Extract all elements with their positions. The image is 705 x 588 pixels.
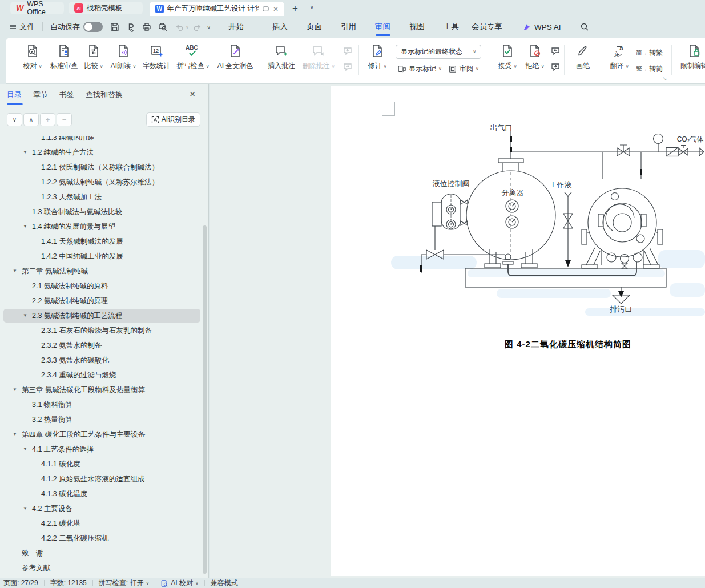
ai-polish-button[interactable]: AI 全文润色 — [213, 43, 257, 71]
expand-all-button[interactable]: ∧ — [23, 113, 39, 126]
toc-item[interactable]: 2.1 氨碱法制纯碱的原料 — [3, 279, 200, 293]
track-changes-button[interactable]: 修订 ∨ — [364, 43, 390, 71]
tab-close-icon[interactable]: ✕ — [273, 5, 279, 13]
ai-recognize-toc-button[interactable]: AI识别目录 — [146, 112, 200, 127]
status-word-count[interactable]: 字数: 12135 — [45, 578, 92, 588]
collapse-all-button[interactable]: ∨ — [7, 113, 22, 126]
toc-item[interactable]: 1.4.1 天然碱制碱法的发展 — [3, 235, 200, 248]
translate-button[interactable]: A 文 翻译 ∨ — [606, 43, 633, 71]
toc-item[interactable]: ▼1.4 纯碱的发展前景与展望 — [3, 220, 200, 233]
insert-comment-button[interactable]: 插入批注 — [267, 43, 296, 71]
toc-item[interactable]: 1.3 联合制碱法与氨碱法比较 — [3, 205, 200, 219]
sidebar-tab-bookmarks[interactable]: 书签 — [59, 90, 74, 100]
review-pane-button[interactable]: 审阅∨ — [448, 64, 479, 74]
toc-expand-arrow-icon[interactable]: ▼ — [23, 309, 27, 323]
menu-page[interactable]: 页面 — [307, 16, 322, 38]
status-page-number[interactable]: 页面: 27/29 — [0, 578, 44, 588]
toc-item[interactable]: 2.3.3 氨盐水的碳酸化 — [3, 353, 200, 367]
toc-expand-arrow-icon[interactable]: ▼ — [23, 220, 27, 233]
toc-item[interactable]: 2.2 氨碱法制纯碱的原理 — [3, 294, 200, 308]
menu-reference[interactable]: 引用 — [341, 16, 356, 38]
word-count-button[interactable]: 12 字数统计 — [141, 43, 172, 71]
tab-wps-home[interactable]: W WPS Office — [10, 2, 64, 14]
to-traditional-button[interactable]: 简→ 转繁 — [636, 48, 663, 58]
autosave-toggle[interactable] — [83, 16, 103, 38]
next-comment-button[interactable] — [343, 62, 353, 72]
menu-view[interactable]: 视图 — [409, 16, 425, 38]
toc-item[interactable]: ▼4.2 主要设备 — [3, 502, 200, 515]
figure-co2-compressor-diagram[interactable]: 出气口 液位控制阀 分离器 工作液 CO₂气体 排污口 — [391, 120, 705, 317]
spell-check-button[interactable]: ABC 拼写检查 ∨ — [175, 43, 211, 71]
toc-item[interactable]: 2.3.1 石灰石的煅烧与石灰乳的制备 — [3, 324, 200, 337]
toc-expand-arrow-icon[interactable]: ▼ — [13, 264, 17, 278]
toc-item[interactable]: 3.2 热量衡算 — [3, 413, 200, 426]
previous-change-button[interactable] — [550, 46, 561, 56]
redo-icon[interactable] — [192, 16, 202, 38]
ai-read-aloud-button[interactable]: AI朗读 ∨ — [107, 43, 139, 71]
toc-item[interactable]: 2.3.4 重碱的过滤与煅烧 — [3, 368, 200, 382]
sidebar-scrollbar-thumb[interactable] — [203, 225, 207, 574]
print-icon[interactable] — [142, 16, 152, 38]
menu-file[interactable]: 文件 — [19, 16, 35, 38]
toc-item[interactable]: ▼4.1 工艺条件的选择 — [3, 442, 200, 456]
menu-tools[interactable]: 工具 — [444, 16, 459, 38]
toc-item[interactable]: 1.2.3 天然碱加工法 — [3, 190, 200, 204]
standard-review-button[interactable]: 标准审查 — [48, 43, 80, 71]
menu-member[interactable]: 会员专享 — [472, 16, 502, 38]
menu-insert[interactable]: 插入 — [272, 16, 288, 38]
accept-change-button[interactable]: 接受 ∨ — [494, 43, 521, 71]
tab-session-icon[interactable] — [262, 5, 269, 13]
toc-expand-arrow-icon[interactable]: ▼ — [13, 383, 17, 397]
menu-home[interactable]: 开始 — [228, 16, 244, 38]
previous-comment-button[interactable] — [343, 46, 353, 56]
sidebar-tab-contents[interactable]: 目录 — [7, 90, 22, 100]
export-pdf-icon[interactable] — [126, 16, 136, 38]
toc-item[interactable]: 4.1.3 碳化温度 — [3, 487, 200, 501]
toc-item[interactable]: ▼2.3 氨碱法制纯碱的工艺流程 — [3, 309, 200, 323]
zoom-in-button[interactable]: + — [40, 113, 55, 126]
toc-item[interactable]: 4.2.1 碳化塔 — [3, 517, 200, 530]
more-commands-chevron-icon[interactable]: ∨ — [207, 16, 211, 38]
tab-document[interactable]: W 年产五万吨纯碱工艺设计 计算 ✕ — [150, 2, 284, 16]
toc-item[interactable]: 4.2.2 二氧化碳压缩机 — [3, 531, 200, 545]
toc-expand-arrow-icon[interactable]: ▼ — [23, 146, 27, 159]
search-icon[interactable] — [580, 16, 589, 38]
undo-icon[interactable] — [175, 16, 184, 38]
toc-item[interactable]: ▼1.2 纯碱的生产方法 — [3, 146, 200, 159]
hamburger-icon[interactable] — [9, 16, 17, 38]
status-spell-check[interactable]: 拼写检查: 打开∨ — [93, 578, 155, 588]
proofread-button[interactable]: 校对 ∨ — [19, 43, 46, 71]
sidebar-tab-find-replace[interactable]: 查找和替换 — [86, 90, 123, 100]
ink-pen-button[interactable]: 画笔 — [570, 43, 596, 71]
toc-expand-arrow-icon[interactable]: ▼ — [23, 502, 27, 515]
next-change-button[interactable] — [550, 62, 561, 72]
delete-comment-button[interactable]: 删除批注 ∨ — [300, 43, 337, 71]
tab-docer[interactable]: AI 找稻壳模板 — [69, 2, 143, 14]
toc-item[interactable]: 1.2.1 侯氏制碱法（又称联合制碱法） — [3, 160, 200, 174]
tab-list-chevron-icon[interactable]: ∨ — [310, 5, 314, 10]
save-icon[interactable] — [110, 16, 120, 38]
toc-item[interactable]: ▼第四章 碳化工段的工艺条件与主要设备 — [3, 428, 200, 441]
document-page[interactable]: 出气口 液位控制阀 分离器 工作液 CO₂气体 排污口 图 4-2二氧化碳压缩机… — [331, 86, 705, 576]
toc-item[interactable]: 1.2.2 氨碱法制纯碱（又称苏尔维法） — [3, 175, 200, 189]
restrict-editing-button[interactable]: 限制编辑 — [678, 43, 705, 71]
menu-wps-ai[interactable]: WPS AI — [523, 16, 561, 38]
undo-chevron-icon[interactable]: ∨ — [186, 16, 189, 38]
toc-item[interactable]: 2.3.2 氨盐水的制备 — [3, 339, 200, 352]
toc-item[interactable]: 参考文献 — [3, 561, 200, 575]
toc-expand-arrow-icon[interactable]: ▼ — [23, 442, 27, 456]
dialog-launcher-icon[interactable]: ↘ — [662, 75, 667, 82]
sidebar-close-icon[interactable]: ✕ — [189, 90, 196, 99]
toc-item[interactable]: 3.1 物料衡算 — [3, 398, 200, 412]
show-markup-button[interactable]: 显示标记∨ — [397, 64, 442, 74]
toc-item[interactable]: 致 谢 — [3, 546, 200, 560]
toc-item[interactable]: ▼第二章 氨碱法制纯碱 — [3, 264, 200, 278]
status-compatibility-mode[interactable]: 兼容模式 — [205, 578, 244, 588]
toc-item[interactable]: 4.1.1 碳化度 — [3, 457, 200, 471]
markup-state-select[interactable]: 显示标记的最终状态 ∨ — [396, 45, 481, 59]
new-tab-button[interactable]: + — [292, 3, 298, 14]
toc-expand-arrow-icon[interactable]: ▼ — [13, 428, 17, 441]
to-simplified-button[interactable]: 繁→ 转简 — [636, 64, 663, 74]
print-preview-icon[interactable] — [158, 16, 168, 38]
reject-change-button[interactable]: 拒绝 ∨ — [522, 43, 548, 71]
